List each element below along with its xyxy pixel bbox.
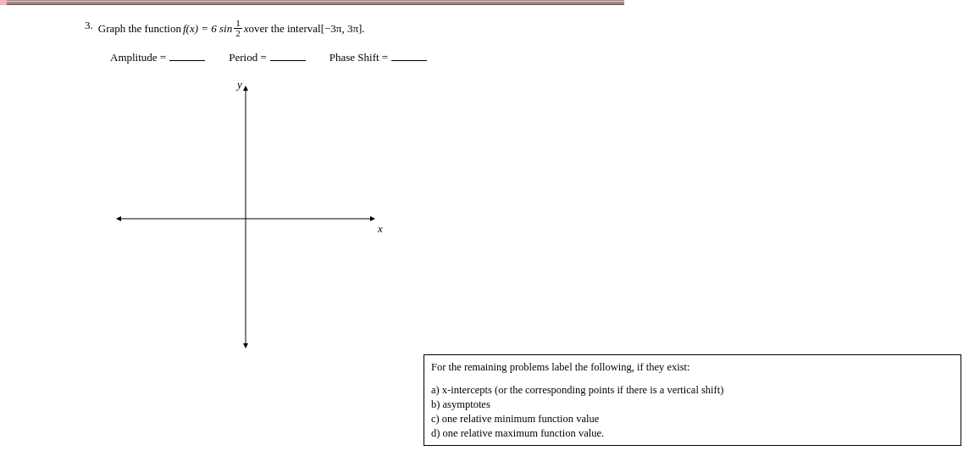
period-field: Period =	[229, 51, 306, 64]
coordinate-axes: y x	[110, 76, 390, 356]
amplitude-blank[interactable]	[169, 60, 205, 61]
over-text: over the interval	[248, 22, 320, 36]
answer-fields: Amplitude = Period = Phase Shift =	[110, 51, 427, 64]
fraction-denominator: 2	[234, 29, 242, 38]
problem-number: 3.	[85, 19, 93, 32]
instruction-item-d: d) one relative maximum function value.	[431, 426, 954, 441]
y-axis-label: y	[237, 78, 242, 92]
fraction-one-half: 1 2	[234, 19, 242, 38]
instruction-item-c: c) one relative minimum function value	[431, 412, 954, 426]
pre-text: Graph the function	[98, 22, 181, 36]
instruction-item-b: b) asymptotes	[431, 398, 954, 412]
header-rule	[7, 0, 624, 5]
period-blank[interactable]	[270, 60, 306, 61]
phase-blank[interactable]	[391, 60, 427, 61]
interval-text: [−3π, 3π].	[321, 22, 365, 36]
phase-label: Phase Shift =	[329, 51, 388, 64]
instruction-item-a: a) x-intercepts (or the corresponding po…	[431, 383, 954, 398]
instructions-items: a) x-intercepts (or the corresponding po…	[431, 383, 954, 441]
x-axis-label: x	[378, 222, 383, 236]
phase-field: Phase Shift =	[329, 51, 427, 64]
function-lhs: f(x) = 6 sin	[183, 22, 232, 36]
page-edge-marker	[0, 0, 7, 5]
instructions-heading: For the remaining problems label the fol…	[431, 360, 954, 375]
instructions-box: For the remaining problems label the fol…	[424, 354, 961, 446]
problem-text: Graph the function f(x) = 6 sin 1 2 x ov…	[98, 19, 365, 38]
problem-statement: 3. Graph the function f(x) = 6 sin 1 2 x…	[85, 19, 365, 38]
amplitude-field: Amplitude =	[110, 51, 205, 64]
axes-svg	[110, 76, 390, 356]
period-label: Period =	[229, 51, 267, 64]
amplitude-label: Amplitude =	[110, 51, 166, 64]
